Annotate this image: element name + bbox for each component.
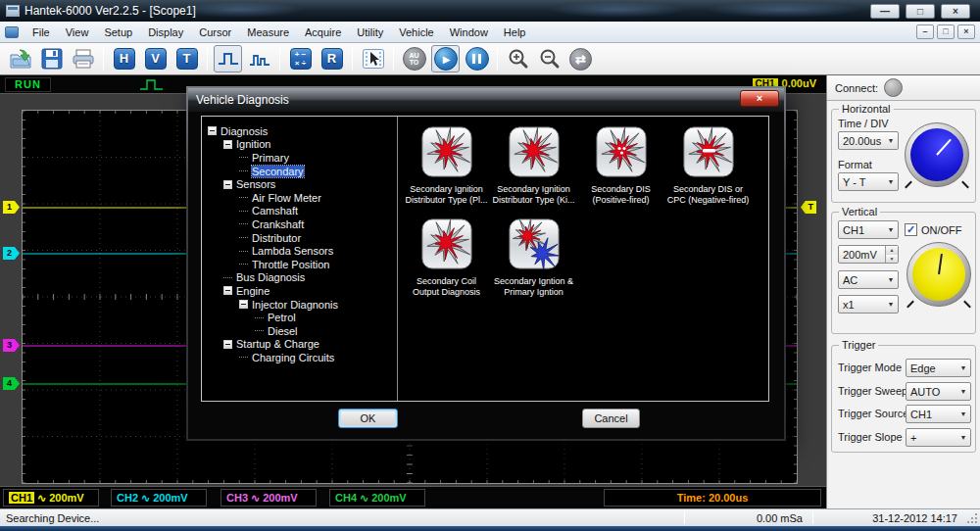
ch2-marker[interactable]: 2 [3, 247, 20, 260]
tree-item-sensors[interactable]: Sensors [202, 177, 397, 191]
zoom-out-button[interactable] [535, 45, 564, 72]
menu-item-file[interactable]: File [24, 24, 58, 41]
ch3-marker[interactable]: 3 [3, 339, 20, 352]
volts-value: 200mV [839, 249, 885, 261]
trigger-mode-select[interactable]: Edge▼ [906, 359, 971, 377]
cancel-button[interactable]: Cancel [582, 409, 640, 428]
tree-item-secondary[interactable]: Secondary [202, 165, 397, 178]
open-file-button[interactable] [6, 45, 34, 72]
math-button[interactable]: + −× ÷ [286, 45, 315, 72]
cursor-measure-button[interactable] [359, 45, 387, 72]
spinner-up-icon[interactable]: ▲ [886, 246, 898, 255]
app-icon [6, 5, 20, 17]
resize-grip[interactable] [965, 509, 980, 526]
collapse-icon[interactable] [223, 340, 232, 349]
connect-indicator[interactable] [884, 78, 903, 97]
ok-button[interactable]: OK [338, 409, 398, 428]
ch4-status[interactable]: CH4∿200mV [329, 489, 425, 507]
tree-item-injector-diagnonis[interactable]: Injector Diagnonis [202, 298, 397, 312]
tree-item-engine[interactable]: Engine [202, 284, 397, 298]
vehicle-test-item-2[interactable]: Secondary IgnitionDistributor Type (Ki..… [490, 126, 577, 218]
ch2-status[interactable]: CH2∿200mV [111, 489, 207, 507]
collapse-icon[interactable] [239, 300, 248, 309]
trigger-sweep-value: AUTO [906, 386, 956, 398]
tree-item-air-flow-meter[interactable]: Air Flow Meter [202, 191, 397, 205]
tree-item-startup-charge[interactable]: Startup & Charge [202, 338, 397, 352]
timebase-select[interactable]: 20.00us ▼ [838, 131, 899, 150]
dialog-close-button[interactable]: × [740, 90, 779, 107]
ch3-status[interactable]: CH3∿200mV [220, 489, 317, 507]
collapse-icon[interactable] [208, 126, 217, 135]
menu-item-acquire[interactable]: Acquire [297, 24, 349, 41]
tree-item-diagnosis[interactable]: Diagnosis [202, 124, 397, 138]
print-button[interactable] [69, 45, 97, 72]
autoset-button[interactable]: AUTO [400, 45, 428, 72]
tree-item-petrol[interactable]: Petrol [202, 311, 397, 324]
minimize-button[interactable]: — [870, 4, 900, 19]
refresh-button[interactable]: ⇄ [566, 45, 595, 72]
collapse-icon[interactable] [223, 286, 232, 295]
menu-item-setup[interactable]: Setup [96, 24, 140, 41]
tree-item-bus-diagnosis[interactable]: Bus Diagnosis [202, 271, 397, 285]
save-button[interactable] [37, 45, 66, 72]
trigger-sweep-select[interactable]: AUTO▼ [906, 382, 971, 401]
vehicle-test-item-1[interactable]: Secondary IgnitionDistributor Type (Pl..… [403, 126, 490, 218]
vehicle-test-item-3[interactable]: Secondary DIS(Positive-fired) [577, 126, 664, 218]
menu-item-view[interactable]: View [58, 24, 97, 41]
collapse-icon[interactable] [223, 180, 232, 189]
mdi-minimize-button[interactable]: – [916, 24, 934, 39]
ch1-marker[interactable]: 1 [3, 201, 20, 214]
volts-spinner[interactable]: 200mV ▲▼ [838, 245, 899, 264]
tree-item-distributor[interactable]: Distributor [202, 231, 397, 245]
vehicle-test-item-4[interactable]: Secondary DIS orCPC (Negative-fired) [664, 126, 752, 218]
tree-item-primary[interactable]: Primary [202, 151, 397, 165]
vehicle-test-item-6[interactable]: Secondary Igntion &Primary Igntion [490, 218, 577, 311]
menu-item-measure[interactable]: Measure [239, 24, 297, 41]
horizontal-menu-button[interactable]: H [110, 45, 138, 72]
menu-item-cursor[interactable]: Cursor [191, 24, 239, 41]
probe-select[interactable]: x1 ▼ [838, 295, 899, 314]
horizontal-knob[interactable] [905, 122, 969, 187]
reference-button[interactable]: R [318, 45, 346, 72]
tree-item-diesel[interactable]: Diesel [202, 324, 397, 338]
zoom-in-button[interactable] [504, 45, 532, 72]
collapse-icon[interactable] [223, 140, 232, 149]
coupling-select[interactable]: AC ▼ [838, 270, 899, 289]
maximize-button[interactable]: □ [906, 4, 935, 19]
dialog-title-bar[interactable]: Vehicle Diagnosis × [188, 88, 784, 112]
vehicle-test-label: Secondary DIS(Positive-fired) [591, 184, 651, 206]
menu-item-utility[interactable]: Utility [349, 24, 391, 41]
spark-red-plus-icon [596, 126, 647, 181]
tree-item-ignition[interactable]: Ignition [202, 138, 397, 152]
format-select[interactable]: Y - T ▼ [838, 172, 899, 191]
ch1-status[interactable]: CH1∿200mV [3, 489, 99, 507]
single-pulse-button[interactable] [214, 45, 242, 72]
menu-item-help[interactable]: Help [496, 24, 534, 41]
tree-item-camshaft[interactable]: Camshaft [202, 205, 397, 218]
onoff-checkbox[interactable]: ✓ [905, 223, 917, 236]
trigger-level-marker[interactable]: T [801, 201, 816, 214]
close-button[interactable]: × [941, 4, 970, 19]
trigger-source-select[interactable]: CH1▼ [906, 405, 971, 423]
channel-select[interactable]: CH1 ▼ [838, 220, 899, 239]
mdi-restore-button[interactable]: □ [937, 24, 955, 39]
menu-item-window[interactable]: Window [442, 24, 496, 41]
tree-item-throttle-position[interactable]: Throttle Position [202, 258, 397, 271]
menu-item-vehicle[interactable]: Vehicle [391, 24, 441, 41]
vertical-knob[interactable] [906, 242, 971, 307]
trigger-menu-button[interactable]: T [172, 45, 201, 72]
tree-item-charging-circuits[interactable]: Charging Circuits [202, 351, 397, 364]
ch4-marker[interactable]: 4 [3, 377, 20, 390]
pause-button[interactable] [463, 45, 491, 72]
tree-item-lambda-sensors[interactable]: Lambda Sensors [202, 244, 397, 258]
vehicle-test-item-5[interactable]: Secondary CoilOutput Diagnosis [403, 218, 490, 311]
tree-item-crankshaft[interactable]: Crankshaft [202, 217, 397, 231]
pulse-train-button[interactable] [245, 45, 273, 72]
onoff-label: ON/OFF [921, 224, 962, 236]
trigger-slope-select[interactable]: +▼ [906, 428, 971, 447]
spinner-down-icon[interactable]: ▼ [886, 255, 898, 264]
run-button[interactable]: ▶ [431, 45, 460, 72]
vertical-menu-button[interactable]: V [141, 45, 170, 72]
mdi-close-button[interactable]: × [957, 24, 975, 39]
menu-item-display[interactable]: Display [140, 24, 191, 41]
